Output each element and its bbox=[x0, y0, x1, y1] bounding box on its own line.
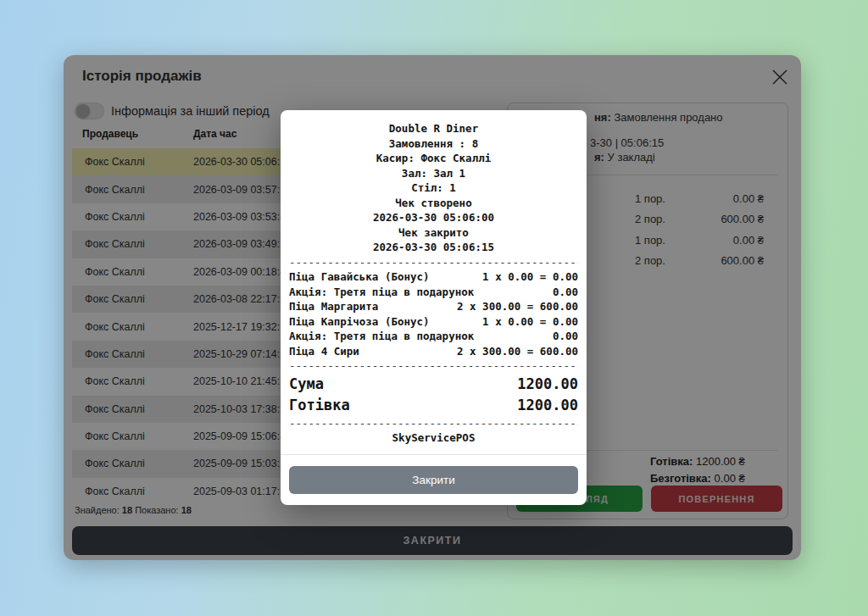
row-seller: Фокс Скаллі bbox=[72, 458, 193, 469]
row-seller: Фокс Скаллі bbox=[72, 403, 193, 415]
row-datetime: 2025-12-17 19:32:53 bbox=[193, 321, 292, 333]
receipt-item-line: Піца Капрічоза (Бонус) 1 x 0.00 = 0.00 bbox=[289, 314, 578, 330]
item-quantity: 2 пор. bbox=[635, 213, 665, 225]
receipt-header-line: Double R Diner bbox=[289, 121, 578, 136]
row-seller: Фокс Скаллі bbox=[72, 430, 193, 442]
row-datetime: 2025-09-09 15:03:25 bbox=[193, 458, 292, 469]
order-status-line: ня: Замовлення продано bbox=[594, 111, 723, 124]
row-seller: Фокс Скаллі bbox=[72, 293, 193, 305]
receipt-separator: ----------------------------------------… bbox=[289, 358, 578, 374]
close-icon[interactable] bbox=[770, 67, 790, 87]
row-seller: Фокс Скаллі bbox=[72, 156, 193, 168]
receipt-separator: ----------------------------------------… bbox=[289, 255, 578, 270]
dialog-close-label: ЗАКРИТИ bbox=[403, 535, 462, 547]
receipt-item-name: Піца Маргарита bbox=[289, 299, 378, 314]
row-datetime: 2025-10-10 21:45:52 bbox=[193, 375, 292, 387]
receipt-header-line: 2026-03-30 05:06:00 bbox=[289, 210, 578, 225]
receipt-item-line: Піца Гавайська (Бонус) 1 x 0.00 = 0.00 bbox=[289, 269, 578, 285]
receipt-header-line: 2026-03-30 05:06:15 bbox=[289, 240, 578, 255]
receipt-item-line: Акція: Третя піца в подарунок 0.00 bbox=[289, 285, 578, 300]
item-quantity: 1 пор. bbox=[635, 234, 665, 247]
receipt-header-line: Замовлення : 8 bbox=[289, 136, 578, 152]
modal-divider bbox=[281, 454, 587, 455]
receipt-item-line: Піца Маргарита 2 x 300.00 = 600.00 bbox=[289, 299, 578, 314]
receipt-header-line: Стіл: 1 bbox=[289, 180, 578, 196]
row-seller: Фокс Скаллі bbox=[72, 321, 193, 333]
results-summary: Знайдено: 18 Показано: 18 bbox=[75, 505, 192, 515]
item-price: 600.00 ₴ bbox=[721, 213, 787, 225]
receipt-total-label: Готівка bbox=[289, 395, 350, 416]
cash-total: Готівка: 1200.00 ₴ bbox=[650, 455, 745, 468]
row-seller: Фокс Скаллі bbox=[72, 348, 193, 360]
column-header-seller: Продавець bbox=[82, 128, 138, 140]
row-seller: Фокс Скаллі bbox=[72, 375, 193, 387]
row-datetime: 2026-03-30 05:06:15 bbox=[193, 156, 292, 168]
receipt-item-amount: 0.00 bbox=[553, 329, 578, 344]
row-seller: Фокс Скаллі bbox=[72, 238, 193, 250]
other-period-toggle[interactable] bbox=[75, 103, 104, 119]
row-seller: Фокс Скаллі bbox=[72, 184, 193, 196]
other-period-toggle-label: Інформація за інший період bbox=[111, 104, 270, 118]
receipt-total-value: 1200.00 bbox=[517, 374, 578, 395]
receipt-items: Піца Гавайська (Бонус) 1 x 0.00 = 0.00 А… bbox=[289, 269, 578, 358]
receipt-header-line: Чек створено bbox=[289, 196, 578, 211]
row-datetime: 2025-10-29 07:14:20 bbox=[193, 348, 292, 360]
receipt-header-line: Касир: Фокс Скаллі bbox=[289, 151, 578, 166]
row-datetime: 2025-09-09 15:06:45 bbox=[193, 430, 292, 442]
modal-close-button[interactable]: Закрити bbox=[289, 466, 578, 494]
receipt-item-amount: 2 x 300.00 = 600.00 bbox=[457, 299, 578, 314]
row-datetime: 2026-03-09 03:53:45 bbox=[193, 211, 292, 223]
receipt-item-amount: 0.00 bbox=[553, 285, 578, 300]
receipt-total-label: Сума bbox=[289, 374, 324, 395]
row-seller: Фокс Скаллі bbox=[72, 266, 193, 278]
receipt-item-name: Акція: Третя піца в подарунок bbox=[289, 329, 474, 344]
receipt-item-amount: 1 x 0.00 = 0.00 bbox=[482, 269, 578, 285]
item-quantity: 2 пор. bbox=[635, 254, 665, 267]
receipt-item-name: Піца 4 Сири bbox=[289, 344, 359, 359]
page-title: Історія продажів bbox=[82, 68, 202, 85]
receipt-total-line: Готівка 1200.00 bbox=[289, 395, 578, 416]
row-seller: Фокс Скаллі bbox=[72, 486, 193, 497]
receipt-brand: SkyServicePOS bbox=[289, 430, 578, 446]
receipt-item-line: Піца 4 Сири 2 x 300.00 = 600.00 bbox=[289, 344, 578, 359]
return-button[interactable]: ПОВЕРНЕННЯ bbox=[651, 486, 782, 512]
row-datetime: 2026-03-08 22:17:51 bbox=[193, 293, 292, 305]
dialog-close-button[interactable]: ЗАКРИТИ bbox=[72, 526, 793, 555]
cashless-total: Безготівка: 0.00 ₴ bbox=[650, 472, 745, 485]
item-price: 0.00 ₴ bbox=[733, 192, 787, 205]
receipt-header-line: Зал: Зал 1 bbox=[289, 166, 578, 181]
row-datetime: 2026-03-09 00:18:44 bbox=[193, 266, 292, 278]
receipt-modal: Double R DinerЗамовлення : 8Касир: Фокс … bbox=[281, 110, 587, 505]
receipt-separator: ----------------------------------------… bbox=[289, 416, 578, 431]
found-count: 18 bbox=[122, 505, 132, 515]
row-datetime: 2026-03-09 03:57:17 bbox=[193, 184, 292, 196]
receipt-header-line: Чек закрито bbox=[289, 225, 578, 241]
receipt-total-value: 1200.00 bbox=[517, 395, 578, 416]
receipt-item-name: Піца Капрічоза (Бонус) bbox=[289, 314, 430, 330]
toggle-knob bbox=[76, 104, 90, 118]
row-datetime: 2026-03-09 03:49:22 bbox=[193, 238, 292, 250]
item-quantity: 1 пор. bbox=[635, 192, 665, 205]
row-seller: Фокс Скаллі bbox=[72, 211, 193, 223]
row-datetime: 2025-10-03 17:38:34 bbox=[193, 403, 292, 415]
receipt-item-amount: 1 x 0.00 = 0.00 bbox=[482, 314, 578, 330]
item-price: 0.00 ₴ bbox=[733, 234, 787, 247]
receipt-header: Double R DinerЗамовлення : 8Касир: Фокс … bbox=[289, 121, 578, 255]
item-price: 600.00 ₴ bbox=[721, 254, 787, 267]
receipt-item-name: Піца Гавайська (Бонус) bbox=[289, 269, 430, 285]
receipt-total-line: Сума 1200.00 bbox=[289, 374, 578, 395]
receipt-item-amount: 2 x 300.00 = 600.00 bbox=[457, 344, 578, 359]
other-period-toggle-row: Інформація за інший період bbox=[75, 103, 270, 119]
receipt-totals: Сума 1200.00 Готівка 1200.00 bbox=[289, 374, 578, 416]
order-datetime-line: 3-30 | 05:06:15 bbox=[590, 136, 664, 149]
receipt-item-line: Акція: Третя піца в подарунок 0.00 bbox=[289, 329, 578, 344]
shown-count: 18 bbox=[181, 505, 192, 515]
row-datetime: 2025-09-03 01:17:58 bbox=[193, 486, 292, 497]
order-type-line: я: У закладі bbox=[594, 151, 655, 164]
column-header-datetime: Дата час bbox=[193, 128, 236, 140]
receipt-item-name: Акція: Третя піца в подарунок bbox=[289, 285, 474, 300]
